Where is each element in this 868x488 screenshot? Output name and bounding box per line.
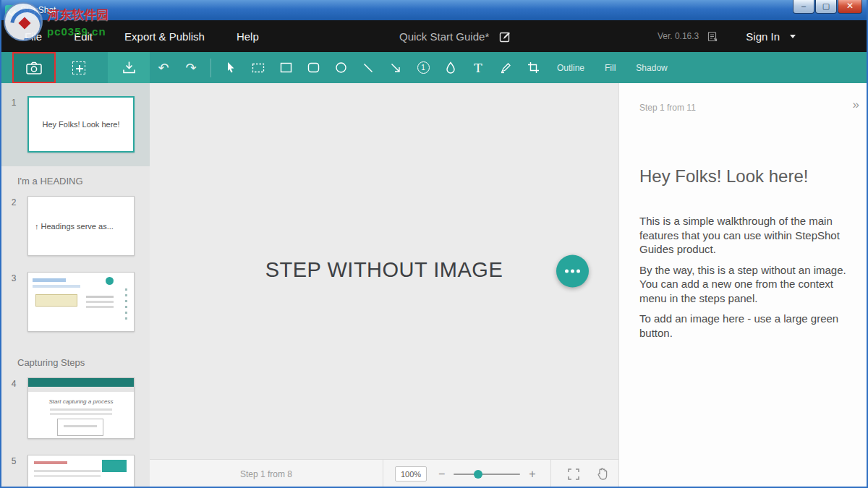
zoom-in-button[interactable]: + bbox=[529, 468, 535, 481]
thumbnail-decoration bbox=[33, 285, 80, 288]
thumbnail-decoration bbox=[34, 461, 67, 464]
app-logo-icon bbox=[5, 5, 16, 16]
app-title: StepShot bbox=[20, 5, 56, 15]
thumbnail-decoration bbox=[28, 378, 134, 387]
redo-button[interactable]: ↷ bbox=[177, 52, 205, 83]
step-thumbnail-image[interactable] bbox=[27, 272, 135, 332]
step-thumbnail[interactable]: ↑ Headings serve as... bbox=[27, 196, 135, 256]
thumbnail-decoration bbox=[50, 408, 112, 411]
sidebar-step-1[interactable]: 1 Hey Folks! Look here! bbox=[0, 83, 150, 166]
thumbnail-decoration bbox=[86, 296, 114, 298]
window-controls: – ▢ ✕ bbox=[792, 0, 862, 14]
selection-rect-icon bbox=[252, 62, 265, 74]
hand-icon bbox=[596, 467, 609, 481]
toolbar-divider bbox=[210, 59, 211, 77]
step-thumbnail-image[interactable]: Start capturing a process bbox=[27, 377, 135, 439]
import-button[interactable] bbox=[108, 52, 150, 83]
sidebar-heading: Capturing Steps bbox=[0, 348, 150, 377]
step-number: 4 bbox=[0, 377, 27, 439]
ellipse-tool[interactable] bbox=[327, 52, 354, 83]
menu-help[interactable]: Help bbox=[221, 30, 275, 43]
sidebar-step-2[interactable]: 2 ↑ Headings serve as... bbox=[0, 196, 150, 256]
thumbnail-decoration bbox=[102, 460, 127, 472]
collapse-panel-button[interactable]: » bbox=[853, 98, 859, 112]
rename-document-button[interactable] bbox=[499, 30, 511, 43]
pan-button[interactable] bbox=[596, 467, 609, 481]
step-description[interactable]: This is a simple walkthrough of the main… bbox=[639, 214, 852, 340]
shadow-option[interactable]: Shadow bbox=[626, 63, 677, 73]
menu-edit[interactable]: Edit bbox=[58, 30, 109, 43]
text-tool[interactable]: T bbox=[464, 52, 492, 83]
step-position-label: Step 1 from 8 bbox=[150, 469, 383, 479]
close-button[interactable]: ✕ bbox=[838, 0, 862, 14]
close-icon: ✕ bbox=[846, 1, 854, 11]
step-number: 1 bbox=[0, 96, 27, 153]
outline-option[interactable]: Outline bbox=[547, 63, 595, 73]
undo-button[interactable]: ↶ bbox=[150, 52, 177, 83]
sidebar-step-4[interactable]: 4 Start capturing a process bbox=[0, 377, 150, 439]
document-title[interactable]: Quick Start Guide* bbox=[399, 30, 489, 43]
app-window: StepShot – ▢ ✕ File Edit Export & Publis… bbox=[0, 0, 868, 488]
sidebar-step-3[interactable]: 3 bbox=[0, 272, 150, 332]
dot bbox=[576, 270, 580, 273]
step-paragraph[interactable]: By the way, this is a step without an im… bbox=[639, 263, 852, 306]
crop-tool[interactable] bbox=[519, 52, 547, 83]
capture-group bbox=[0, 52, 150, 83]
rectangle-tool[interactable] bbox=[272, 52, 299, 83]
document-icon[interactable] bbox=[707, 31, 718, 42]
tool-group: ↶ ↷ bbox=[150, 52, 678, 83]
step-options-button[interactable] bbox=[556, 255, 589, 288]
thumbnail-decoration bbox=[57, 419, 103, 436]
fullscreen-icon bbox=[567, 468, 580, 481]
fit-to-screen-button[interactable] bbox=[567, 468, 580, 481]
zoom-slider-track bbox=[454, 474, 520, 475]
step-thumbnail[interactable]: Hey Folks! Look here! bbox=[27, 96, 135, 153]
blur-tool[interactable] bbox=[437, 52, 464, 83]
text-icon: T bbox=[474, 61, 482, 75]
highlighter-tool[interactable] bbox=[492, 52, 519, 83]
fill-option[interactable]: Fill bbox=[595, 63, 626, 73]
camera-icon bbox=[26, 61, 42, 74]
version-label: Ver. 0.16.3 bbox=[658, 31, 699, 41]
highlighter-icon bbox=[500, 61, 512, 74]
cursor-icon bbox=[225, 61, 237, 74]
maximize-icon: ▢ bbox=[822, 1, 830, 11]
thumbnail-caption: Start capturing a process bbox=[28, 398, 134, 405]
zoom-slider[interactable] bbox=[454, 469, 520, 479]
sequence-badge-tool[interactable]: 1 bbox=[409, 52, 437, 83]
step-details-panel: Step 1 from 11 » Hey Folks! Look here! T… bbox=[618, 83, 868, 488]
statusbar-divider bbox=[383, 460, 383, 488]
thumbnail-decoration bbox=[35, 294, 77, 307]
line-tool[interactable] bbox=[354, 52, 382, 83]
crop-icon bbox=[527, 61, 540, 74]
capture-button[interactable] bbox=[12, 52, 56, 83]
step-title[interactable]: Hey Folks! Look here! bbox=[639, 166, 852, 187]
step-paragraph[interactable]: To add an image here - use a large green… bbox=[639, 312, 852, 340]
zoom-slider-thumb[interactable] bbox=[474, 470, 482, 479]
steps-sidebar: 1 Hey Folks! Look here! I'm a HEADING 2 … bbox=[0, 83, 150, 488]
arrow-tool[interactable] bbox=[382, 52, 409, 83]
canvas-statusbar: Step 1 from 8 100% − + bbox=[150, 459, 618, 488]
arrow-icon bbox=[390, 62, 401, 74]
step-paragraph[interactable]: This is a simple walkthrough of the main… bbox=[639, 214, 852, 257]
select-tool[interactable] bbox=[217, 52, 244, 83]
sidebar-step-5[interactable]: 5 bbox=[0, 455, 150, 488]
add-step-button[interactable] bbox=[60, 52, 98, 83]
maximize-button[interactable]: ▢ bbox=[815, 0, 837, 14]
rounded-rectangle-tool[interactable] bbox=[299, 52, 327, 83]
step-thumbnail-image[interactable] bbox=[27, 455, 135, 488]
marquee-tool[interactable] bbox=[244, 52, 272, 83]
thumbnail-text: Hey Folks! Look here! bbox=[43, 120, 120, 129]
zoom-out-button[interactable]: − bbox=[438, 468, 445, 481]
minimize-button[interactable]: – bbox=[793, 0, 814, 14]
import-tray-icon bbox=[122, 61, 136, 74]
menu-file[interactable]: File bbox=[9, 30, 58, 43]
zoom-level-field[interactable]: 100% bbox=[395, 466, 427, 481]
rectangle-icon bbox=[280, 62, 292, 73]
menu-export-publish[interactable]: Export & Publish bbox=[109, 30, 221, 43]
chevron-down-icon[interactable] bbox=[790, 35, 796, 38]
sign-in-button[interactable]: Sign In bbox=[746, 30, 780, 43]
step-placeholder-text: STEP WITHOUT IMAGE bbox=[150, 258, 618, 282]
canvas-area[interactable]: STEP WITHOUT IMAGE bbox=[150, 83, 618, 459]
step-number: 3 bbox=[0, 272, 27, 332]
